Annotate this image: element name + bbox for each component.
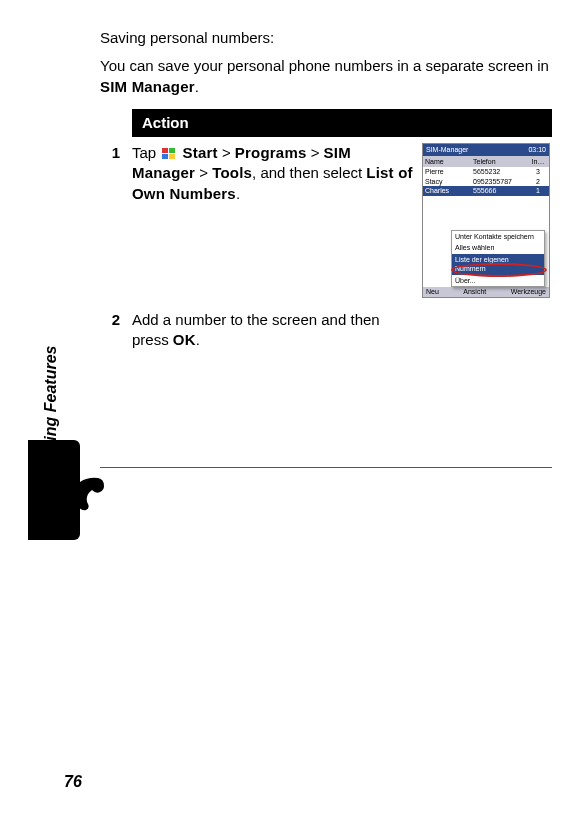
- action-table: Action 1 Tap Start > Programs > SIM Mana…: [100, 109, 552, 357]
- mock-context-menu: Unter Kontakte speichern Alles wählen Li…: [451, 230, 545, 287]
- section-heading: Saving personal numbers:: [100, 28, 552, 48]
- cell: Stacy: [425, 177, 473, 186]
- cell: 1: [529, 186, 547, 195]
- step-number: 1: [100, 143, 132, 298]
- action-table-header: Action: [132, 109, 552, 137]
- col-index: In…: [529, 157, 547, 166]
- table-row: 1 Tap Start > Programs > SIM Manager > T…: [100, 137, 552, 304]
- cell: 2: [529, 177, 547, 186]
- tools-label: Tools: [212, 164, 252, 181]
- mock-time: 03:10: [528, 145, 546, 154]
- softkey: Ansicht: [463, 287, 486, 297]
- menu-item: Alles wählen: [452, 242, 544, 253]
- svg-rect-3: [169, 154, 175, 159]
- mock-row-selected: Charles 555666 1: [423, 186, 549, 195]
- phone-screenshot: SIM-Manager 03:10 Name Telefon In… Pierr…: [422, 143, 550, 298]
- intro-text-c: .: [195, 78, 199, 95]
- sep: >: [218, 144, 235, 161]
- section-divider: [100, 467, 552, 468]
- page-body: Saving personal numbers: You can save yo…: [0, 0, 580, 468]
- mock-app-title: SIM-Manager: [426, 145, 468, 154]
- text: Add a number to the screen and then pres…: [132, 311, 380, 348]
- mock-row: Stacy 0952355787 2: [423, 177, 549, 186]
- table-row: 2 Add a number to the screen and then pr…: [100, 304, 552, 357]
- step-1-text: Tap Start > Programs > SIM Manager > Too…: [132, 143, 422, 298]
- cell: 555666: [473, 186, 529, 195]
- mock-row: Pierre 5655232 3: [423, 167, 549, 176]
- phone-icon: [62, 470, 110, 516]
- softkey: Werkzeuge: [511, 287, 546, 297]
- sep: >: [306, 144, 323, 161]
- programs-label: Programs: [235, 144, 307, 161]
- cell: 3: [529, 167, 547, 176]
- step-1-screenshot: SIM-Manager 03:10 Name Telefon In… Pierr…: [422, 143, 552, 298]
- intro-paragraph: You can save your personal phone numbers…: [100, 56, 552, 97]
- intro-text-a: You can save your personal phone numbers…: [100, 57, 549, 74]
- side-tab: Calling Features: [28, 270, 80, 550]
- text: .: [196, 331, 200, 348]
- cell: Charles: [425, 186, 473, 195]
- svg-rect-0: [162, 148, 168, 153]
- text: , and then select: [252, 164, 366, 181]
- text: .: [236, 185, 240, 202]
- cell: 5655232: [473, 167, 529, 176]
- svg-rect-2: [162, 154, 168, 159]
- mock-column-headers: Name Telefon In…: [423, 156, 549, 167]
- text: Tap: [132, 144, 160, 161]
- mock-softkey-bar: Neu Ansicht Werkzeuge: [423, 287, 549, 297]
- col-phone: Telefon: [473, 157, 529, 166]
- menu-item: Unter Kontakte speichern: [452, 231, 544, 242]
- svg-rect-1: [169, 148, 175, 153]
- windows-flag-icon: [162, 145, 176, 157]
- cell: Pierre: [425, 167, 473, 176]
- sep: >: [195, 164, 212, 181]
- mock-body: Unter Kontakte speichern Alles wählen Li…: [423, 196, 549, 287]
- softkey: Neu: [426, 287, 439, 297]
- start-label: Start: [183, 144, 218, 161]
- menu-item-highlight: Liste der eigenen Nummern: [452, 254, 544, 275]
- col-name: Name: [425, 157, 473, 166]
- menu-item: Über...: [452, 275, 544, 286]
- page-number: 76: [64, 771, 82, 793]
- side-tab-top: Calling Features: [28, 270, 80, 440]
- mock-titlebar: SIM-Manager 03:10: [423, 144, 549, 156]
- step-2-text: Add a number to the screen and then pres…: [132, 310, 422, 351]
- cell: 0952355787: [473, 177, 529, 186]
- ok-label: OK: [173, 331, 196, 348]
- step-number: 2: [100, 310, 132, 351]
- sim-manager-label: SIM Manager: [100, 78, 195, 95]
